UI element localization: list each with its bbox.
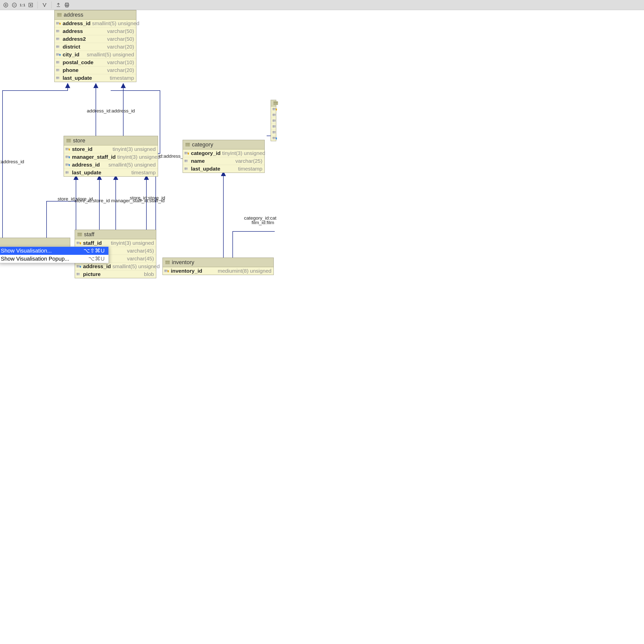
svg-rect-82 [77, 233, 82, 236]
table-row[interactable]: address2varchar(50) [55, 35, 136, 43]
context-menu[interactable]: Show Visualisation... ⌥⇧⌘U Show Visualis… [0, 247, 109, 263]
edge-label: address_id:address_id [0, 159, 24, 165]
column-name: staff_id [83, 240, 102, 246]
table-header[interactable]: address [55, 10, 136, 20]
table-film[interactable] [271, 100, 275, 141]
primary-key-icon [184, 151, 189, 155]
column-type: smallint(5) unsigned [112, 263, 160, 269]
table-header[interactable]: inventory [163, 258, 273, 267]
table-category[interactable]: categorycategory_idtinyint(3) unsignedna… [183, 140, 265, 173]
menu-item-label: Show Visualisation... [1, 248, 79, 254]
table-row[interactable]: manager_staff_idtinyint(3) unsigned [64, 153, 158, 161]
table-row[interactable]: city_idsmallint(5) unsigned [55, 51, 136, 59]
primary-key-icon [272, 107, 275, 111]
table-header[interactable] [271, 100, 275, 106]
svg-rect-136 [272, 119, 275, 122]
zoom-out-icon[interactable] [11, 2, 18, 8]
table-row[interactable]: last_updatetimestamp [183, 165, 264, 173]
zoom-in-icon[interactable] [3, 2, 9, 8]
table-row[interactable]: store_idtinyint(3) unsigned [64, 145, 158, 153]
table-row[interactable]: phonevarchar(20) [55, 66, 136, 74]
svg-rect-17 [56, 22, 59, 25]
table-store[interactable]: storestore_idtinyint(3) unsignedmanager_… [64, 136, 158, 177]
table-row[interactable]: namevarchar(25) [183, 157, 264, 165]
svg-rect-49 [65, 148, 69, 150]
svg-rect-21 [60, 24, 61, 25]
svg-rect-139 [272, 125, 275, 128]
svg-rect-39 [56, 69, 59, 71]
table-row[interactable]: postal_codevarchar(10) [55, 59, 136, 66]
table-row[interactable] [271, 124, 275, 130]
column-icon [272, 119, 275, 123]
route-icon[interactable] [41, 2, 48, 8]
table-row[interactable] [271, 135, 275, 141]
table-row[interactable] [271, 118, 275, 124]
column-name: last_update [63, 75, 92, 81]
svg-rect-13 [57, 13, 62, 17]
print-icon[interactable] [64, 2, 70, 8]
svg-rect-63 [69, 165, 70, 166]
column-name: picture [83, 271, 101, 275]
svg-rect-142 [272, 131, 275, 134]
table-title: category [192, 141, 213, 148]
table-header[interactable]: category [183, 140, 264, 149]
svg-rect-86 [76, 242, 80, 244]
svg-rect-133 [272, 114, 275, 116]
column-type: tinyint(3) unsigned [222, 150, 265, 156]
column-icon [56, 76, 61, 80]
svg-rect-25 [56, 38, 59, 40]
svg-rect-75 [188, 153, 189, 155]
primary-key-icon [164, 269, 169, 273]
column-type: mediumint(8) unsigned [218, 268, 271, 274]
primary-key-icon [56, 21, 61, 25]
table-row[interactable]: address_idsmallint(5) unsigned [55, 20, 136, 27]
column-name: district [63, 44, 80, 50]
menu-item-show-visualisation-popup[interactable]: Show Visualisation Popup... ⌥⌘U [0, 255, 108, 263]
table-row[interactable]: last_updatetimestamp [55, 74, 136, 82]
diagram-canvas[interactable]: address_id:address_id address_id:address… [0, 10, 275, 275]
svg-rect-76 [184, 160, 188, 162]
table-header[interactable]: omer [0, 238, 70, 247]
table-row[interactable]: category_idtinyint(3) unsigned [183, 149, 264, 157]
foreign-key-icon [76, 264, 82, 268]
menu-item-shortcut: ⌥⌘U [88, 256, 105, 262]
table-row[interactable]: districtvarchar(20) [55, 43, 136, 51]
table-row[interactable] [271, 106, 275, 112]
column-name: last_update [72, 170, 101, 176]
table-row[interactable]: staff_idtinyint(3) unsigned [75, 239, 156, 247]
column-icon [272, 125, 275, 129]
edge-label: address_id:address_id [87, 108, 135, 114]
column-icon [65, 171, 70, 175]
column-type: tinyint(3) unsigned [117, 154, 160, 160]
svg-rect-6 [30, 4, 31, 6]
svg-rect-97 [76, 265, 80, 268]
table-row[interactable]: address_idsmallint(5) unsigned [64, 161, 158, 169]
table-row[interactable]: inventory_idmediumint(8) unsigned [163, 267, 273, 275]
column-name: phone [63, 67, 78, 73]
table-row[interactable]: last_updatetimestamp [64, 169, 158, 176]
column-name: category_id [191, 150, 221, 156]
column-name: city_id [63, 52, 79, 58]
column-icon [56, 29, 61, 33]
table-icon [66, 139, 71, 142]
menu-item-show-visualisation[interactable]: Show Visualisation... ⌥⇧⌘U [0, 247, 108, 255]
table-inventory[interactable]: inventoryinventory_idmediumint(8) unsign… [163, 258, 274, 275]
table-icon [77, 233, 82, 236]
table-row[interactable]: pictureblob [75, 270, 156, 275]
table-header[interactable]: store [64, 136, 158, 145]
table-row[interactable] [271, 112, 275, 118]
one-to-one-button[interactable]: 1:1 [20, 3, 25, 7]
column-type: tinyint(3) unsigned [112, 146, 156, 152]
column-type: smallint(5) unsigned [108, 162, 156, 168]
table-row[interactable]: address_idsmallint(5) unsigned [75, 263, 156, 270]
foreign-key-icon [56, 53, 61, 57]
export-icon[interactable] [55, 2, 62, 8]
column-name: inventory_id [171, 268, 202, 274]
primary-key-icon [76, 241, 82, 245]
table-row[interactable]: addressvarchar(50) [55, 27, 136, 35]
fit-icon[interactable] [27, 2, 34, 8]
table-header[interactable]: staff [75, 230, 156, 239]
table-address[interactable]: addressaddress_idsmallint(5) unsignedadd… [54, 10, 136, 82]
table-row[interactable] [271, 130, 275, 135]
svg-rect-115 [165, 261, 170, 264]
